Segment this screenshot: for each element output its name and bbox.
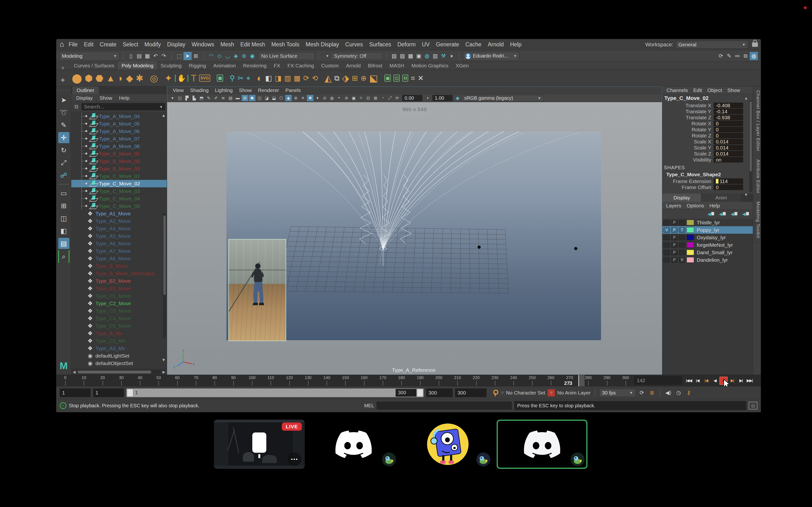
scroll-up-icon[interactable]: ▲ [744,96,748,101]
search-input[interactable]: Search... ▼ [82,103,165,110]
outliner-menu-item[interactable]: Help [116,95,132,101]
viewport-tool-icon[interactable]: ⬓ [271,95,277,101]
shelf-tab[interactable]: Rigging [185,62,209,70]
channel-value-field[interactable]: 0 [714,184,743,190]
auto-key-icon[interactable]: ⚷ [685,389,693,397]
viewport-tool-icon[interactable]: ◍ [329,95,335,101]
shelf-tool-icon[interactable]: ✕ [418,74,424,82]
symmetry-field[interactable]: Symmetry: Off [331,52,383,60]
viewport-tool-icon[interactable]: ◓ [336,95,343,101]
menu-item[interactable]: Curves [342,41,366,48]
channel-label[interactable]: Rotate Y [662,127,714,132]
outliner-menu-item[interactable]: Show [97,95,115,101]
channel-box-scrollbar[interactable] [749,101,752,192]
shelf-tool-icon[interactable]: ◭ [324,74,332,83]
shelf-tool-icon[interactable]: ▥ [284,74,291,82]
snap-icon[interactable]: ◉ [248,52,256,60]
shelf-tool-icon[interactable]: T [191,74,197,83]
tool-icon[interactable]: ⤢ [58,157,69,168]
list-item[interactable]: Type_C1_Mv [71,337,167,344]
viewport-tool-icon[interactable]: ▣ [350,95,357,101]
menu-item[interactable]: Edit [81,41,97,48]
layer-row[interactable]: V P T Poppy_lyr [662,226,753,234]
playback-button[interactable]: ▶| [737,377,745,385]
layout-button[interactable]: ◫ [58,213,69,224]
menu-item[interactable]: Mesh [217,41,237,48]
outliner-hscrollbar[interactable]: ◀ ▶ [71,369,167,375]
layer-visibility-toggle[interactable] [663,250,670,255]
panel-toggle-icon[interactable]: ⧉ [742,52,750,60]
channel-box-menu-item[interactable]: Channels [664,88,691,93]
render-icon[interactable]: ▥ [431,52,439,60]
list-item[interactable]: Type_C_Move_02 [71,180,167,187]
channel-value-field[interactable]: 0.014 [714,139,743,145]
channel-label[interactable]: Frame Offset [662,184,714,190]
channel-value-field[interactable]: -0.938 [714,115,743,120]
layer-display-type-toggle[interactable] [679,220,686,225]
file-tool-icon[interactable]: ↶ [152,52,160,60]
gamma-field[interactable]: 1.00 [433,95,453,101]
tab-attribute-editor[interactable]: Attribute Editor [753,156,761,198]
shape-node-name[interactable]: Type_C_Move_Shape2 [662,171,753,178]
shelf-tool-icon[interactable]: ◨ [275,74,282,82]
list-item[interactable]: Type_B3_Move [71,285,167,292]
playback-button[interactable]: ▶▶| [746,377,754,385]
list-item[interactable]: Type_C3_Move [71,307,167,315]
scroll-down-icon[interactable]: ▼ [744,193,748,197]
selection-mode-icon[interactable]: ➤ [184,52,192,60]
layer-visibility-toggle[interactable]: V [663,227,670,233]
move-layer-up-icon[interactable] [707,211,715,217]
panel-toggle-icon[interactable]: ✎ [725,52,733,60]
playback-speed-icon[interactable]: ◷ [675,389,682,397]
snap-icon[interactable]: ⊚ [240,52,248,60]
channel-label[interactable]: Rotate Z [662,133,714,138]
message-status-icon[interactable]: ✓ [60,402,66,409]
viewport-canvas[interactable]: 960 x 540 [167,102,662,375]
channel-value-field[interactable]: -0.14 [714,109,743,114]
shelf-tab[interactable]: Custom [317,62,342,70]
viewport-tool-icon[interactable]: ❋ [307,95,313,101]
playback-button[interactable]: |◀ [702,377,710,385]
layer-color-swatch[interactable] [687,235,694,240]
shelf-menu-icon[interactable]: ≡ [61,65,64,71]
menu-item[interactable]: Edit Mesh [237,41,268,48]
shelf-tool-icon[interactable]: ✋ [175,74,188,82]
reference-image-plane[interactable] [229,239,286,341]
scroll-up-icon[interactable]: ▲ [161,113,166,118]
list-item[interactable]: Type_B_Move_02 [71,157,167,165]
channel-label[interactable]: Translate Y [662,109,714,114]
shelf-tool-icon[interactable]: ⊕ [361,74,367,82]
menu-item[interactable]: Display [164,41,189,48]
list-item[interactable]: Type_A_Move_06 [71,127,167,135]
render-icon[interactable]: ◍ [423,52,431,60]
channel-label[interactable]: Scale Z [662,151,714,157]
render-icon[interactable]: ▣ [415,52,423,60]
layer-row[interactable]: P Oxydaisy_lyr [662,234,753,241]
layout-button[interactable]: ◧ [58,225,69,236]
shelf-tool-icon[interactable]: ⟳ [303,74,309,82]
panel-toggle-icon[interactable]: ◍ [750,52,758,60]
list-item[interactable]: Type_A1_Move [71,210,167,217]
shelf-tab[interactable]: Curves / Surfaces [70,62,118,70]
layer-playback-toggle[interactable]: P [671,220,678,225]
shelf-tab[interactable]: Motion Graphics [408,62,452,70]
channel-label[interactable]: Frame Extension [662,178,714,184]
shelf-tab[interactable]: XGen [452,62,472,70]
render-icon[interactable]: ▧ [390,52,398,60]
list-item[interactable]: Type_C4_Move [71,315,167,322]
layer-row[interactable]: P Thistle_lyr [662,219,753,226]
layer-visibility-toggle[interactable] [663,235,670,240]
live-surface-field[interactable]: No Live Surface [258,52,315,60]
list-item[interactable]: Type_B_Mv [71,330,167,337]
shelf-tool-icon[interactable]: ⬢ [85,74,93,83]
layer-display-type-toggle[interactable] [679,250,686,255]
timeline-ruler[interactable]: 0102030405060708090100110120130140150160… [62,375,629,386]
channel-value-field[interactable]: 0.014 [714,151,743,157]
list-item[interactable]: Type_A_Move_04 [71,113,167,120]
shelf-tool-icon[interactable]: ⬣ [95,74,103,83]
playback-end-field[interactable]: 300 [426,388,453,397]
menu-item[interactable]: Arnold [485,41,507,48]
exposure-field[interactable]: 0.00 [402,95,422,101]
layer-display-type-toggle[interactable]: T [679,227,686,233]
tab-channel-box[interactable]: Channel Box / Layer Editor [753,87,761,156]
